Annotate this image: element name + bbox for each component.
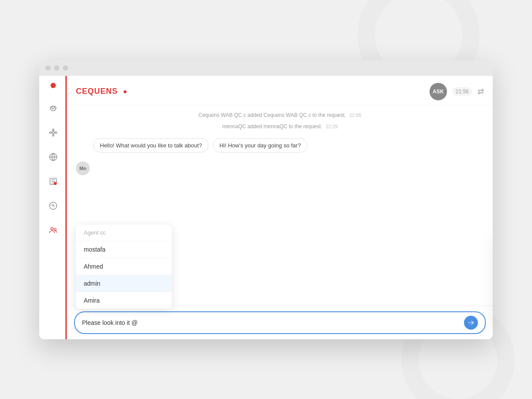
message-input[interactable] [82, 319, 460, 326]
translate-icon[interactable]: ⇄ [477, 87, 484, 96]
message-row: Mo [76, 161, 484, 175]
svg-point-0 [52, 106, 55, 109]
titlebar-close-dot [45, 65, 51, 71]
svg-point-21 [54, 182, 56, 184]
system-message-2: mennaQC added mennaQC to the request. 22… [76, 123, 484, 130]
sidebar-item-network[interactable] [45, 149, 61, 165]
avatar-ask: ASK [430, 83, 447, 100]
mention-item-amira[interactable]: Amira [76, 292, 172, 309]
mention-dropdown[interactable]: Agent cc mostafa Ahmed admin Amira [76, 225, 172, 309]
sidebar-item-analytics[interactable] [45, 198, 61, 214]
suggestion-chip-1[interactable]: Hello! What would you like to talk about… [93, 138, 208, 153]
message-timestamp: 21:56 [452, 87, 472, 96]
input-wrapper [74, 311, 486, 334]
svg-point-8 [55, 132, 57, 133]
svg-point-24 [54, 228, 56, 230]
system-message-1: Cequens WAB QC c added Cequens WAB QC c … [76, 112, 484, 118]
svg-point-7 [49, 132, 51, 133]
message-avatar: Mo [76, 161, 90, 175]
titlebar [39, 60, 493, 76]
mention-item-agentcc[interactable]: Agent cc [76, 225, 172, 241]
svg-point-23 [51, 227, 53, 230]
sidebar [39, 76, 67, 339]
sidebar-item-integration[interactable] [45, 125, 61, 140]
logo-text: CEQUENS [76, 87, 118, 96]
active-bar [65, 76, 67, 339]
main-content: CEQUENS● ASK 21:56 ⇄ Cequens WAB QC c ad… [67, 76, 493, 339]
svg-point-10 [52, 134, 54, 136]
titlebar-minimize-dot [54, 65, 59, 71]
sidebar-item-bot[interactable] [45, 100, 61, 116]
svg-point-6 [52, 131, 55, 134]
top-bar: CEQUENS● ASK 21:56 ⇄ [67, 76, 493, 105]
mention-item-ahmed[interactable]: Ahmed [76, 258, 172, 275]
titlebar-fullscreen-dot [63, 65, 68, 71]
suggestion-chips-area: Hello! What would you like to talk about… [76, 135, 484, 156]
suggestion-chip-2[interactable]: Hi! How's your day going so far? [213, 138, 307, 153]
logo-dot: ● [123, 88, 127, 95]
home-active-indicator [51, 83, 56, 88]
svg-rect-1 [51, 106, 55, 110]
svg-point-9 [52, 129, 54, 130]
send-button[interactable] [464, 316, 478, 330]
input-bar [67, 306, 493, 339]
app-body: CEQUENS● ASK 21:56 ⇄ Cequens WAB QC c ad… [39, 76, 493, 339]
sidebar-item-reports[interactable] [45, 174, 61, 189]
mention-item-admin[interactable]: admin [76, 275, 172, 292]
sidebar-logo [51, 83, 56, 88]
mention-item-mostafa[interactable]: mostafa [76, 241, 172, 258]
app-window: CEQUENS● ASK 21:56 ⇄ Cequens WAB QC c ad… [39, 60, 493, 339]
sidebar-item-team[interactable] [45, 222, 61, 238]
